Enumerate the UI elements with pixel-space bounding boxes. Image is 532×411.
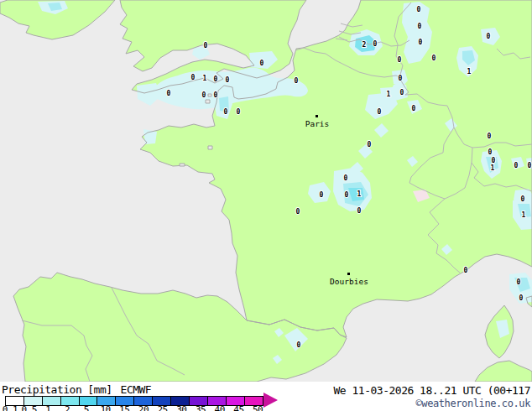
precip-value-marker: 0 bbox=[295, 77, 299, 85]
color-scale-tick: 2 bbox=[65, 404, 70, 411]
precip-value-marker: 0 bbox=[400, 89, 404, 96]
legend-units: [mm] bbox=[87, 383, 112, 396]
map-area: ParisDourbies 00010000000020000000101000… bbox=[0, 0, 532, 382]
color-scale bbox=[5, 396, 263, 406]
color-scale-tick: 1 bbox=[45, 404, 50, 411]
color-scale-tick: 5 bbox=[84, 404, 89, 411]
forecast-datetime: We 11-03-2026 18..21 UTC (00+117 bbox=[334, 384, 530, 397]
legend-parameter: Precipitation bbox=[2, 383, 81, 396]
precip-value-marker: 0 bbox=[191, 74, 196, 81]
precip-value-marker: 0 bbox=[492, 157, 496, 164]
small-island bbox=[180, 164, 185, 166]
precip-value-marker: 0 bbox=[378, 108, 382, 116]
color-scale-tick: 15 bbox=[119, 404, 129, 411]
color-scale-tick: 40 bbox=[215, 404, 225, 411]
precip-value-marker: 0 bbox=[373, 40, 378, 48]
precip-value-marker: 0 bbox=[320, 191, 324, 199]
precip-value-marker: 0 bbox=[419, 39, 423, 46]
precip-area bbox=[143, 129, 157, 144]
precip-value-marker: 0 bbox=[202, 91, 206, 99]
precip-value-marker: 0 bbox=[514, 162, 519, 169]
precip-value-marker: 0 bbox=[464, 267, 468, 274]
color-scale-tick: 25 bbox=[157, 404, 167, 411]
precip-value-marker: 0 bbox=[368, 141, 372, 148]
color-scale-tick: 45 bbox=[233, 404, 243, 411]
precip-value-marker: 0 bbox=[488, 148, 493, 156]
color-scale-tick: 30 bbox=[176, 404, 186, 411]
precip-value-marker: 0 bbox=[398, 56, 402, 64]
precip-value-marker: 0 bbox=[297, 341, 301, 349]
precip-value-marker: 1 bbox=[387, 91, 391, 98]
precipitation-map: ParisDourbies 00010000000020000000101000… bbox=[0, 0, 532, 382]
precip-value-marker: 0 bbox=[260, 60, 264, 67]
precip-value-marker: 0 bbox=[204, 42, 208, 49]
precip-value-marker: 0 bbox=[519, 294, 524, 302]
precip-value-marker: 0 bbox=[167, 90, 171, 97]
channel-island bbox=[208, 94, 211, 96]
color-scale-tick: 50 bbox=[253, 404, 263, 411]
precip-value-marker: 0 bbox=[224, 108, 228, 116]
color-scale-tick: 10 bbox=[100, 404, 110, 411]
color-scale-arrow bbox=[263, 393, 278, 408]
precip-value-marker: 0 bbox=[412, 105, 416, 112]
legend-bar: Precipitation[mm]ECMWF 0.10.512510152025… bbox=[0, 382, 532, 411]
legend-title: Precipitation[mm]ECMWF bbox=[2, 383, 151, 396]
city-label: Paris bbox=[305, 119, 330, 128]
city-label: Dourbies bbox=[330, 277, 368, 286]
precip-value-marker: 1 bbox=[522, 211, 526, 219]
color-scale-tick: 0.5 bbox=[22, 404, 37, 411]
legend-model: ECMWF bbox=[121, 383, 152, 396]
precip-value-marker: 0 bbox=[432, 55, 436, 62]
precip-value-marker: 0 bbox=[237, 108, 241, 116]
precip-value-marker: 0 bbox=[226, 76, 230, 84]
precip-value-marker: 0 bbox=[214, 91, 218, 99]
precip-value-marker: 0 bbox=[214, 75, 218, 83]
precip-value-marker: 0 bbox=[517, 278, 521, 286]
weather-map-screen: ParisDourbies 00010000000020000000101000… bbox=[0, 0, 532, 411]
precip-value-marker: 0 bbox=[528, 162, 532, 169]
city-dot bbox=[316, 115, 318, 117]
precip-value-marker: 0 bbox=[344, 174, 348, 182]
channel-island bbox=[206, 100, 210, 103]
precip-value-marker: 0 bbox=[417, 6, 421, 13]
precip-value-marker: 0 bbox=[488, 133, 492, 140]
precip-value-marker: 0 bbox=[296, 208, 300, 216]
color-scale-tick: 20 bbox=[138, 404, 149, 411]
precip-value-marker: 0 bbox=[399, 75, 403, 82]
precip-value-marker: 0 bbox=[345, 191, 349, 199]
precip-value-marker: 0 bbox=[357, 207, 362, 215]
precip-value-marker: 0 bbox=[487, 33, 491, 40]
copyright-notice: ©weatheronline.co.uk bbox=[416, 398, 531, 409]
precip-value-marker: 2 bbox=[362, 41, 367, 49]
color-scale-segment bbox=[61, 397, 80, 405]
precip-value-marker: 0 bbox=[521, 195, 525, 203]
city-dot bbox=[347, 273, 350, 275]
color-scale-tick: 0.1 bbox=[3, 404, 18, 411]
color-scale-tick: 35 bbox=[196, 404, 206, 411]
precip-value-marker: 1 bbox=[357, 190, 362, 198]
precip-value-marker: 1 bbox=[467, 68, 472, 75]
precip-value-marker: 1 bbox=[203, 75, 207, 82]
precip-value-marker: 1 bbox=[491, 164, 495, 172]
precip-value-marker: 0 bbox=[418, 23, 422, 30]
channel-island bbox=[208, 146, 212, 149]
